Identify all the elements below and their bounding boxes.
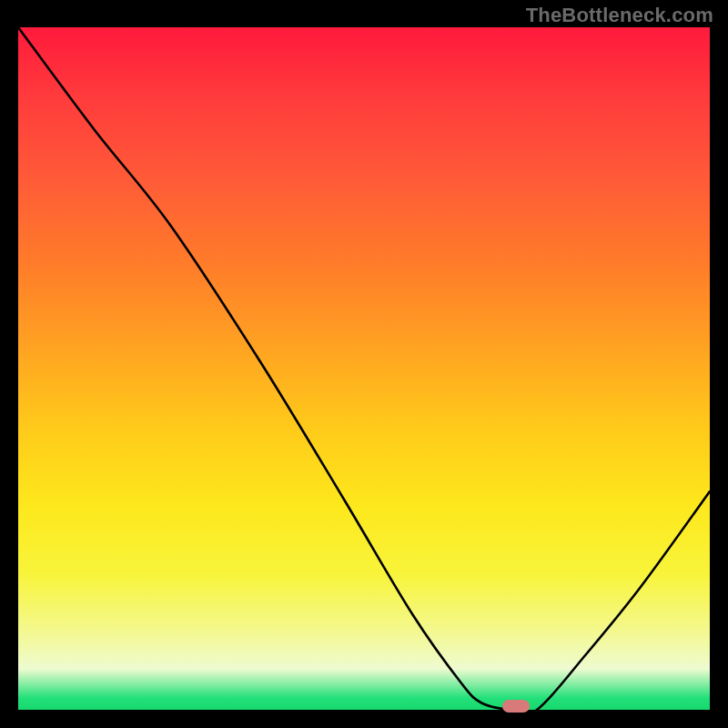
bottleneck-curve [18, 27, 710, 710]
optimal-marker [502, 700, 530, 713]
watermark-text: TheBottleneck.com [526, 4, 713, 27]
plot-area [18, 27, 710, 710]
chart-frame: TheBottleneck.com [0, 0, 728, 728]
